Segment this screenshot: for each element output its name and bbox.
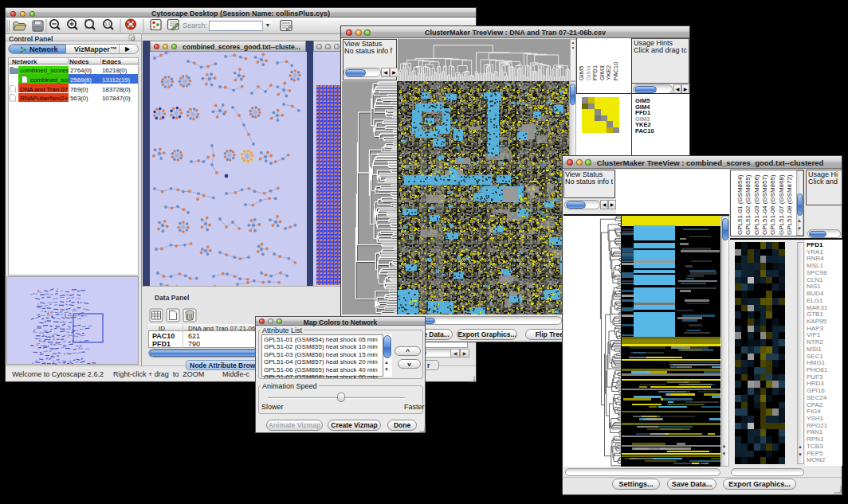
svg-text:1:1: 1:1 (105, 21, 111, 26)
